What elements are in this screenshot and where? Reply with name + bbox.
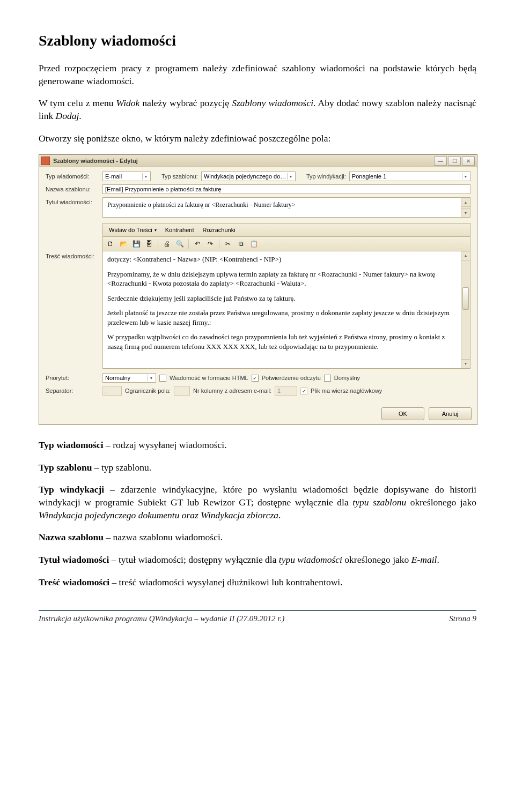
input-ogranicznik [174,386,190,396]
desc: określonego jako [342,554,411,565]
scroll-down-icon[interactable]: ▾ [461,359,470,368]
text-italic: Szablony wiadomości [232,98,313,108]
open-file-icon[interactable]: 📂 [118,239,129,249]
text-italic: Widok [116,98,140,108]
desc: . [437,554,439,565]
input-value: [Email] Przypomnienie o płatności za fak… [105,186,221,192]
textarea-tytul[interactable]: Przypomnienie o płatności za fakturę nr … [102,197,470,218]
label-checkbox-domyslny: Domyślny [334,375,360,381]
scrollbar[interactable]: ▴ ▾ [461,251,470,368]
textarea-value: Przypomnienie o płatności za fakturę nr … [107,201,295,208]
editor-line: Przypominamy, że w dniu dzisiejszym upły… [107,270,458,288]
select-typ-szablonu[interactable]: Windykacja pojedynczego do… ▾ [201,172,296,181]
checkbox-potwierdzenie[interactable]: ✓ [252,375,259,382]
menu-kontrahent[interactable]: Kontrahent [161,225,198,235]
select-priorytet[interactable]: Normalny ▾ [102,373,156,383]
menu-rozrachunki[interactable]: Rozrachunki [199,225,239,235]
chevron-down-icon: ▾ [148,375,154,381]
cut-icon[interactable]: ✂ [223,239,233,249]
scrollbar[interactable]: ▴ ▾ [461,198,470,217]
label-separator: Separator: [46,388,99,394]
save-icon[interactable]: 💾 [131,239,142,249]
select-typ-wiadomosci[interactable]: E-mail ▾ [102,172,151,181]
scroll-track[interactable] [461,260,470,359]
input-nazwa-szablonu[interactable]: [Email] Przypomnienie o płatności za fak… [102,184,470,194]
print-icon[interactable]: 🖨 [161,239,172,249]
scroll-up-icon[interactable]: ▴ [461,198,470,207]
chevron-down-icon: ▾ [142,173,149,180]
copy-icon[interactable]: ⧉ [236,239,246,249]
editor-line: Jeżeli płatność ta jeszcze nie została p… [107,308,458,327]
close-button[interactable]: ✕ [462,157,475,166]
select-typ-windykacji[interactable]: Ponaglenie 1 ▾ [349,172,470,181]
label-priorytet: Priorytet: [46,375,99,381]
def-tytul-wiadomosci: Tytuł wiadomości – tytuł wiadomości; dos… [39,554,476,567]
label-ogranicznik: Ogranicznik pola: [125,388,171,394]
input-separator: ; [102,386,122,396]
term: Typ wiadomości [39,439,104,450]
minimize-button[interactable]: — [434,157,447,166]
footer-right: Strona 9 [449,614,476,623]
maximize-button[interactable]: ☐ [448,157,461,166]
cancel-button[interactable]: Anuluj [429,407,472,420]
ok-button[interactable]: OK [381,407,424,420]
label-checkbox-potwierdzenie: Potwierdzenie odczytu [262,375,321,381]
input-nr-kolumny: 1 [275,386,297,396]
checkbox-html[interactable] [159,375,166,382]
print-preview-icon[interactable]: 🔍 [174,239,185,249]
app-icon [41,157,50,165]
button-label: OK [399,411,407,417]
def-nazwa-szablonu: Nazwa szablonu – nazwa szablonu wiadomoś… [39,531,476,544]
select-value: Windykacja pojedynczego do… [204,173,286,180]
select-value: Normalny [105,375,130,381]
checkbox-domyslny[interactable] [324,375,331,382]
desc-italic: typu szablonu [352,497,406,508]
editor-body[interactable]: dotyczy: <Kontrahenci - Nazwa> (NIP: <Ko… [102,251,470,369]
paste-icon[interactable]: 📋 [248,239,259,249]
checkbox-plik-naglowkowy: ✓ [300,388,307,394]
scroll-track[interactable] [461,207,470,208]
page-footer: Instrukcja użytkownika programu QWindyka… [39,610,476,623]
save-as-icon[interactable]: 🗄 [144,239,154,249]
def-typ-wiadomosci: Typ wiadomości – rodzaj wysyłanej wiadom… [39,439,476,452]
editor-line: Serdecznie dziękujemy jeśli zapłaciliści… [107,294,458,303]
term: Tytuł wiadomości [39,554,109,565]
term: Typ szablonu [39,462,92,473]
footer-left: Instrukcja użytkownika programu QWindyka… [39,614,284,623]
scroll-down-icon[interactable]: ▾ [461,208,470,217]
chevron-down-icon: ▾ [462,173,469,180]
desc: – tytuł wiadomości; dostępny wyłącznie d… [109,554,278,565]
label-typ-windykacji: Typ windykacji: [306,173,346,180]
button-label: Anuluj [442,411,459,417]
label-tytul-wiadomosci: Tytuł wiadomości: [46,197,99,205]
term: Nazwa szablonu [39,532,104,542]
paragraph-window-intro: Otworzy się poniższe okno, w którym nale… [39,132,476,145]
label-tresc-wiadomosci: Treść wiadomości: [46,223,99,259]
chevron-down-icon: ▾ [287,173,294,180]
scroll-thumb[interactable] [462,287,469,310]
term: Typ windykacji [39,484,104,495]
desc: – treść wiadomości wysyłanej dłużnikowi … [109,577,343,587]
redo-icon[interactable]: ↷ [205,239,216,249]
editor-line: dotyczy: <Kontrahenci - Nazwa> (NIP: <Ko… [107,255,458,264]
undo-icon[interactable]: ↶ [192,239,203,249]
def-typ-windykacji: Typ windykacji – zdarzenie windykacyjne,… [39,483,476,522]
menu-wstaw-do-tresci[interactable]: Wstaw do Treści ▾ [105,225,160,235]
heading-templates: Szablony wiadomości [39,32,476,49]
separator [188,239,189,249]
term: Treść wiadomości [39,577,109,587]
dialog-screenshot: Szablony wiadomości - Edytuj — ☐ ✕ Typ w… [39,154,477,425]
desc: – typ szablonu. [92,462,151,473]
scroll-up-icon[interactable]: ▴ [461,251,470,260]
text: . [79,110,81,121]
editor-line: W przypadku wątpliwości co do zasadności… [107,332,458,351]
new-file-icon[interactable]: 🗋 [105,239,116,249]
menu-label: Rozrachunki [203,227,236,233]
label-typ-szablonu: Typ szablonu: [161,173,198,180]
desc-italic: E-mail [411,554,437,565]
paragraph-intro: Przed rozpoczęciem pracy z programem nal… [39,62,476,87]
paragraph-menu-hint: W tym celu z menu Widok należy wybrać po… [39,97,476,122]
input-value: 1 [277,388,281,394]
label-nazwa-szablonu: Nazwa szablonu: [46,186,99,192]
desc: . [278,510,281,520]
